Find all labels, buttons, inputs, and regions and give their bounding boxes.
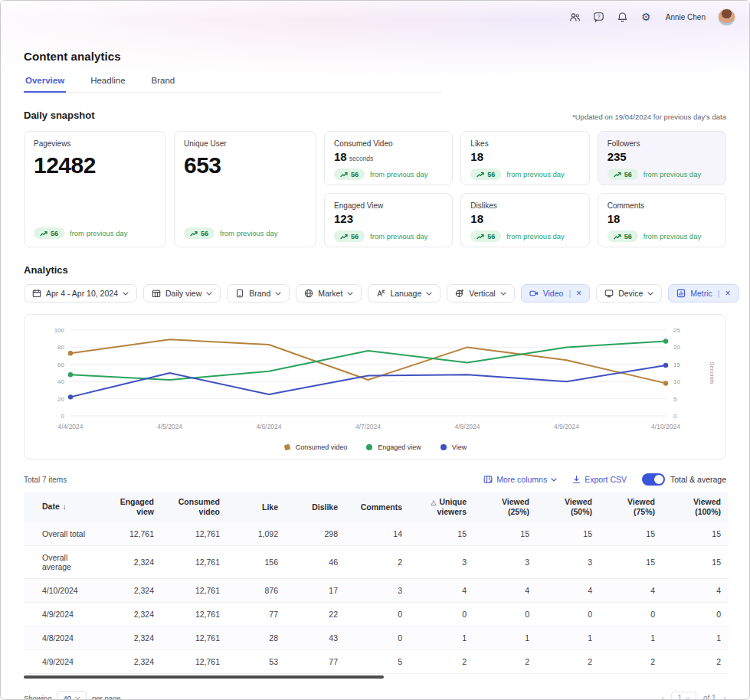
cell: 12,761 <box>162 579 228 603</box>
horizontal-scrollbar[interactable] <box>24 675 384 679</box>
tab-overview[interactable]: Overview <box>24 72 66 93</box>
delta-row: 56from previous day <box>34 227 156 239</box>
cell: 15 <box>537 522 600 546</box>
people-icon[interactable] <box>569 11 581 23</box>
next-page-button[interactable]: › <box>723 693 726 700</box>
trend-badge: 56 <box>470 231 501 242</box>
filter-vertical[interactable]: Vertical <box>447 284 514 303</box>
cell: 1 <box>600 626 663 650</box>
chevron-down-icon <box>500 292 506 296</box>
card-value: 18 <box>334 150 347 163</box>
chip-divider: | <box>718 289 720 298</box>
cell: 3 <box>410 546 474 579</box>
cell: 2,324 <box>100 650 162 674</box>
delta-note: from previous day <box>220 229 278 237</box>
svg-text:10: 10 <box>673 378 680 385</box>
card-label: Pageviews <box>34 139 156 148</box>
filter-device[interactable]: Device <box>596 284 662 303</box>
table-row-4-8-2024[interactable]: 4/8/20242,32412,7612843011111 <box>24 626 729 650</box>
legend-view[interactable]: View <box>440 443 467 451</box>
col-header-comments[interactable]: Comments <box>346 492 410 522</box>
col-header-viewed-75[interactable]: Viewed (75%) <box>600 492 663 522</box>
col-header-dislike[interactable]: Dislike <box>286 492 346 522</box>
card-label: Consumed Video <box>334 139 443 148</box>
delta-value: 56 <box>351 171 359 178</box>
cell: 22 <box>286 603 346 626</box>
table-row-overall-total[interactable]: Overall total12,76112,7611,0922981415151… <box>24 522 729 546</box>
card-consumed-video: Consumed Video18seconds56from previous d… <box>324 131 453 185</box>
table-actions: More columns Export CSV Total & average <box>483 473 726 486</box>
cell: 5 <box>346 650 410 674</box>
export-csv-button[interactable]: Export CSV <box>572 475 627 484</box>
col-header-consumed-video[interactable]: Consumed video <box>162 492 228 522</box>
col-header-date[interactable]: Date↓ <box>24 492 100 522</box>
legend-consumed-video[interactable]: Consumed video <box>283 443 348 451</box>
more-columns-button[interactable]: More columns <box>483 475 557 484</box>
col-header-viewed-25[interactable]: Viewed (25%) <box>474 492 537 522</box>
delta-note: from previous day <box>644 232 702 240</box>
card-label: Engaged View <box>334 201 443 210</box>
page-size-select[interactable]: 40 <box>57 691 87 700</box>
delta-value: 56 <box>487 233 495 240</box>
cell: 2,324 <box>100 579 162 603</box>
col-header-viewed-50[interactable]: Viewed (50%) <box>537 492 600 522</box>
col-header-viewed-100[interactable]: Viewed (100%) <box>663 492 729 522</box>
translate-icon <box>376 289 385 298</box>
notifications-icon[interactable] <box>617 11 628 23</box>
table-row-4-9-2024[interactable]: 4/9/20242,32412,7615377522222 <box>24 650 729 674</box>
cell: 2 <box>474 650 537 674</box>
settings-icon[interactable]: ⚙ <box>640 11 652 23</box>
chevron-down-icon <box>647 292 653 296</box>
filter-label: Vertical <box>469 289 495 298</box>
filter-daily-view[interactable]: Daily view <box>143 284 221 303</box>
delta-row: 56from previous day <box>184 227 306 239</box>
svg-text:15: 15 <box>673 361 680 368</box>
avatar[interactable] <box>718 8 735 26</box>
close-icon[interactable]: × <box>725 289 731 298</box>
filter-apr-4-apr-10-2024[interactable]: Apr 4 - Apr 10, 2024 <box>24 284 137 303</box>
help-icon[interactable]: ? <box>593 11 604 23</box>
total-average-toggle[interactable]: Total & average <box>642 473 726 486</box>
filter-market[interactable]: Market <box>296 284 362 303</box>
col-header-unique-viewers[interactable]: △Unique viewers <box>410 492 474 522</box>
delta-value: 56 <box>51 230 58 237</box>
tab-headline[interactable]: Headline <box>89 72 126 92</box>
delta-note: from previous day <box>370 170 428 178</box>
legend-engaged-view[interactable]: Engaged view <box>365 443 421 451</box>
legend-label: Engaged view <box>378 443 421 451</box>
page-title: Content analytics <box>24 50 726 63</box>
globe-icon <box>304 289 313 298</box>
toggle-switch[interactable] <box>642 473 665 486</box>
col-header-like[interactable]: Like <box>228 492 286 522</box>
col-header-engaged-view[interactable]: Engaged view <box>100 492 162 522</box>
prev-page-button[interactable]: ‹ <box>661 693 664 700</box>
cell: 15 <box>600 522 663 546</box>
delta-row: 56from previous day <box>608 168 716 180</box>
cell: 2 <box>346 546 410 579</box>
cell: 15 <box>474 522 537 546</box>
filter-metric[interactable]: Metric|× <box>668 284 739 303</box>
cell: 4 <box>410 579 474 603</box>
page-select[interactable]: 1 <box>671 692 696 700</box>
trend-up-icon <box>614 172 621 178</box>
filter-brand[interactable]: Brand <box>227 284 290 303</box>
table-row-4-10-2024[interactable]: 4/10/20242,32412,76187617344444 <box>24 579 729 603</box>
more-columns-label: More columns <box>496 475 547 484</box>
trend-up-icon <box>477 172 484 178</box>
cell: 156 <box>228 546 286 579</box>
cell: 12,761 <box>100 522 162 546</box>
trend-badge: 56 <box>470 168 501 180</box>
tab-brand[interactable]: Brand <box>150 72 177 92</box>
filter-lanuage[interactable]: Lanuage <box>368 284 441 303</box>
close-icon[interactable]: × <box>576 289 581 298</box>
toggle-knob <box>654 475 663 484</box>
page-size-control: Showing 40 per page <box>24 691 121 700</box>
globe-plus-icon <box>455 289 464 298</box>
svg-text:25: 25 <box>673 327 680 334</box>
legend-marker <box>365 443 373 451</box>
filter-video[interactable]: Video|× <box>521 284 590 303</box>
cell: 4 <box>474 579 537 603</box>
table-row-4-9-2024[interactable]: 4/9/20242,32412,7617722000000 <box>24 603 729 626</box>
trend-up-icon <box>614 234 621 240</box>
table-row-overall-average[interactable]: Overall average2,32412,7611564623331515 <box>24 546 729 579</box>
